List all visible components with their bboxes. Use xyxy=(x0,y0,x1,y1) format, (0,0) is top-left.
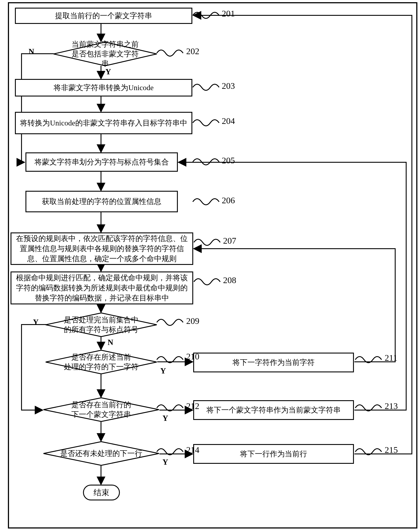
label-215: 215 xyxy=(385,445,398,455)
step-208-text: 根据命中规则进行匹配，确定最优命中规则，并将该字符的编码数据转换为所述规则表中最… xyxy=(15,273,189,303)
edge-210-Y: Y xyxy=(160,366,166,376)
label-214: 214 xyxy=(186,445,199,455)
step-207: 在预设的规则表中，依次匹配该字符的字符信息、位置属性信息与规则表中各规则的替换字… xyxy=(11,232,193,265)
label-201: 201 xyxy=(222,8,235,19)
step-207-text: 在预设的规则表中，依次匹配该字符的字符信息、位置属性信息与规则表中各规则的替换字… xyxy=(15,234,189,264)
edge-209-Y: Y xyxy=(33,318,39,327)
step-208: 根据命中规则进行匹配，确定最优命中规则，并将该字符的编码数据转换为所述规则表中最… xyxy=(11,271,193,304)
step-211-text: 将下一字符作为当前字符 xyxy=(233,357,315,367)
step-201-text: 提取当前行的一个蒙文字符串 xyxy=(55,11,152,21)
label-208: 208 xyxy=(223,275,236,285)
edge-214-Y: Y xyxy=(163,457,168,467)
terminator-end-text: 结束 xyxy=(93,487,109,498)
step-215-text: 将下一行作为当前行 xyxy=(240,449,307,459)
edge-212-Y: Y xyxy=(163,414,168,423)
terminator-end: 结束 xyxy=(83,485,120,500)
decision-212: 是否存在当前行的 下一个蒙文字符串 xyxy=(43,397,159,422)
label-206: 206 xyxy=(222,195,235,206)
step-203-text: 将非蒙文字符串转换为Unicode xyxy=(54,83,153,93)
step-213-text: 将下一个蒙文字符串作为当前蒙文字符串 xyxy=(206,405,341,415)
edge-209-N: N xyxy=(107,338,113,347)
decision-210: 是否存在所述当前 处理的字符的下一字符 xyxy=(45,350,157,374)
step-211: 将下一字符作为当前字符 xyxy=(193,353,354,372)
decision-202: 当前蒙文字符串之前 是否包括非蒙文字符串 xyxy=(53,42,157,66)
label-213: 213 xyxy=(385,401,398,411)
decision-214: 是否还有未处理的下一行 xyxy=(43,441,159,466)
step-205-text: 将蒙文字符串划分为字符与标点符号集合 xyxy=(34,157,169,167)
step-204-text: 将转换为Unicode的非蒙文字符串存入目标字符串中 xyxy=(20,118,187,128)
decision-209-text: 是否处理完当前集合中 的所有字符与标点符号 xyxy=(48,315,154,335)
step-213: 将下一个蒙文字符串作为当前蒙文字符串 xyxy=(193,400,354,420)
decision-202-text: 当前蒙文字符串之前 是否包括非蒙文字符串 xyxy=(53,40,157,69)
edge-202-Y: Y xyxy=(105,67,111,76)
decision-214-text: 是否还有未处理的下一行 xyxy=(45,449,158,458)
step-203: 将非蒙文字符串转换为Unicode xyxy=(15,79,192,97)
label-209: 209 xyxy=(186,316,199,326)
label-202: 202 xyxy=(186,46,199,56)
step-204: 将转换为Unicode的非蒙文字符串存入目标字符串中 xyxy=(15,112,192,134)
label-207: 207 xyxy=(223,236,236,246)
step-215: 将下一行作为当前行 xyxy=(193,444,354,464)
edge-202-N: N xyxy=(29,47,34,56)
decision-210-text: 是否存在所述当前 处理的字符的下一字符 xyxy=(48,352,154,372)
label-203: 203 xyxy=(222,81,235,91)
step-206-text: 获取当前处理的字符的位置属性信息 xyxy=(42,196,161,207)
label-212: 212 xyxy=(186,401,199,411)
label-210: 210 xyxy=(186,351,199,362)
step-206: 获取当前处理的字符的位置属性信息 xyxy=(26,191,178,212)
step-201: 提取当前行的一个蒙文字符串 xyxy=(15,8,192,24)
label-204: 204 xyxy=(222,116,235,126)
label-211: 211 xyxy=(385,353,398,363)
decision-209: 是否处理完当前集合中 的所有字符与标点符号 xyxy=(45,312,157,337)
label-205: 205 xyxy=(222,155,235,166)
decision-212-text: 是否存在当前行的 下一个蒙文字符串 xyxy=(56,400,147,419)
step-205: 将蒙文字符串划分为字符与标点符号集合 xyxy=(26,153,178,172)
